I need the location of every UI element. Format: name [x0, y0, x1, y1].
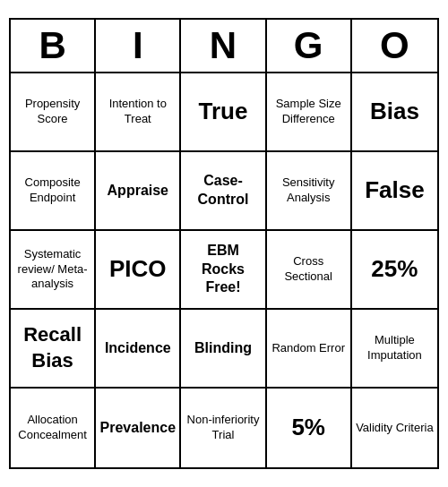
- bingo-cell: Prevalence: [96, 389, 181, 467]
- bingo-cell: Case-Control: [181, 152, 266, 231]
- bingo-cell: Cross Sectional: [267, 231, 352, 310]
- bingo-cell: Random Error: [267, 310, 352, 389]
- bingo-cell: Validity Criteria: [352, 389, 437, 467]
- bingo-letter: N: [181, 20, 266, 72]
- bingo-letter: I: [96, 20, 181, 72]
- bingo-letter: G: [267, 20, 352, 72]
- bingo-cell: Bias: [352, 73, 437, 152]
- bingo-cell: Propensity Score: [11, 73, 96, 152]
- bingo-cell: 5%: [267, 389, 352, 467]
- bingo-grid: Propensity ScoreIntention to TreatTrueSa…: [11, 73, 437, 467]
- bingo-cell: Allocation Concealment: [11, 389, 96, 467]
- bingo-cell: EBM Rocks Free!: [181, 231, 266, 310]
- bingo-cell: Recall Bias: [11, 310, 96, 389]
- bingo-cell: PICO: [96, 231, 181, 310]
- bingo-cell: True: [181, 73, 266, 152]
- bingo-card: BINGO Propensity ScoreIntention to Treat…: [9, 18, 439, 469]
- bingo-cell: Blinding: [181, 310, 266, 389]
- bingo-cell: Non-inferiority Trial: [181, 389, 266, 467]
- bingo-cell: Incidence: [96, 310, 181, 389]
- bingo-cell: 25%: [352, 231, 437, 310]
- bingo-cell: Appraise: [96, 152, 181, 231]
- bingo-cell: Intention to Treat: [96, 73, 181, 152]
- bingo-cell: Sensitivity Analysis: [267, 152, 352, 231]
- bingo-letter: O: [352, 20, 437, 72]
- bingo-cell: False: [352, 152, 437, 231]
- bingo-cell: Composite Endpoint: [11, 152, 96, 231]
- bingo-cell: Multiple Imputation: [352, 310, 437, 389]
- bingo-cell: Systematic review/ Meta-analysis: [11, 231, 96, 310]
- bingo-letter: B: [11, 20, 96, 72]
- bingo-cell: Sample Size Difference: [267, 73, 352, 152]
- bingo-header: BINGO: [11, 20, 437, 73]
